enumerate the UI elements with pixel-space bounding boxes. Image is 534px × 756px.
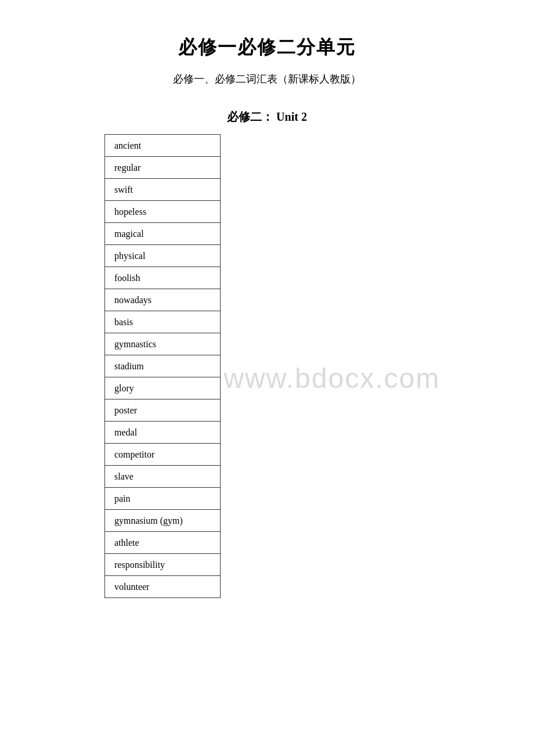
- table-row: poster: [105, 399, 221, 422]
- page: 必修一必修二分单元 必修一、必修二词汇表（新课标人教版） 必修二： Unit 2…: [0, 0, 534, 756]
- table-row: athlete: [105, 532, 221, 554]
- table-row: ancient: [105, 135, 221, 157]
- table-row: gymnastics: [105, 333, 221, 355]
- table-row: medal: [105, 422, 221, 444]
- table-row: hopeless: [105, 201, 221, 223]
- subtitle: 必修一、必修二词汇表（新课标人教版）: [46, 72, 488, 86]
- table-row: swift: [105, 179, 221, 201]
- table-row: basis: [105, 311, 221, 333]
- watermark: www.bdocx.com: [223, 362, 440, 394]
- word-cell: gymnastics: [105, 333, 221, 355]
- word-cell: poster: [105, 399, 221, 422]
- word-cell: swift: [105, 179, 221, 201]
- table-row: pain: [105, 488, 221, 510]
- word-cell: medal: [105, 422, 221, 444]
- word-cell: volunteer: [105, 576, 221, 598]
- word-cell: regular: [105, 157, 221, 179]
- word-cell: nowadays: [105, 289, 221, 311]
- unit-title: 必修二： Unit 2: [46, 109, 488, 125]
- word-cell: magical: [105, 223, 221, 245]
- word-cell: stadium: [105, 355, 221, 377]
- table-row: glory: [105, 377, 221, 399]
- table-row: foolish: [105, 267, 221, 289]
- word-cell: gymnasium (gym): [105, 510, 221, 532]
- main-title: 必修一必修二分单元: [46, 35, 488, 60]
- word-cell: basis: [105, 311, 221, 333]
- table-row: responsibility: [105, 554, 221, 576]
- table-row: gymnasium (gym): [105, 510, 221, 532]
- word-cell: slave: [105, 466, 221, 488]
- word-cell: glory: [105, 377, 221, 399]
- word-cell: responsibility: [105, 554, 221, 576]
- word-cell: foolish: [105, 267, 221, 289]
- table-row: regular: [105, 157, 221, 179]
- word-cell: competitor: [105, 444, 221, 466]
- word-cell: physical: [105, 245, 221, 267]
- table-row: competitor: [105, 444, 221, 466]
- table-row: volunteer: [105, 576, 221, 598]
- word-cell: pain: [105, 488, 221, 510]
- table-row: slave: [105, 466, 221, 488]
- table-row: nowadays: [105, 289, 221, 311]
- table-row: stadium: [105, 355, 221, 377]
- table-row: physical: [105, 245, 221, 267]
- word-cell: athlete: [105, 532, 221, 554]
- word-cell: hopeless: [105, 201, 221, 223]
- word-cell: ancient: [105, 135, 221, 157]
- table-row: magical: [105, 223, 221, 245]
- word-table: ancientregularswifthopelessmagicalphysic…: [104, 134, 221, 598]
